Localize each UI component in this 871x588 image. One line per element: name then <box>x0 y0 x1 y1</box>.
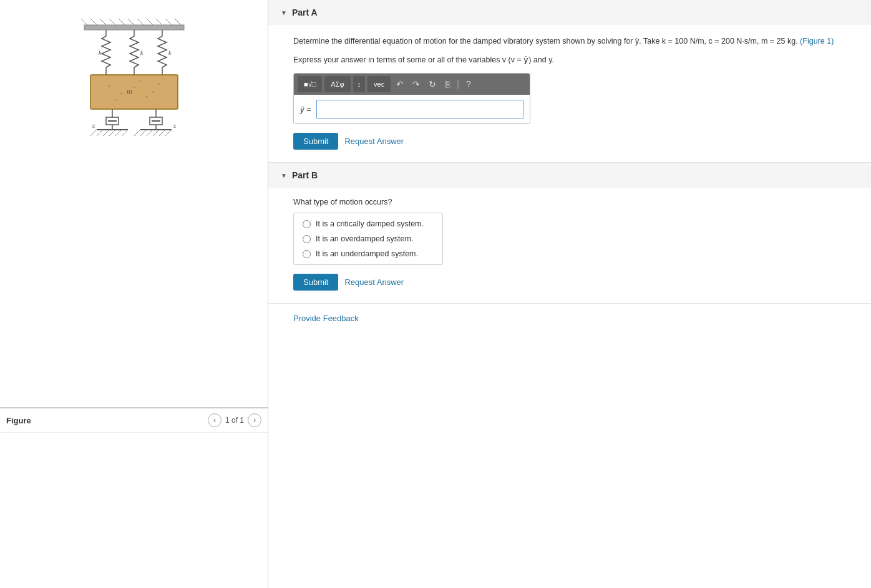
svg-point-23 <box>120 93 122 95</box>
mc-radio-2[interactable] <box>303 235 311 243</box>
svg-text:c: c <box>173 123 177 129</box>
part-a-btn-row: Submit Request Answer <box>293 133 846 150</box>
redo-icon: ↷ <box>412 79 420 89</box>
multiple-choice-box: It is a critically damped system. It is … <box>293 213 443 265</box>
mc-option-3: It is an underdamped system. <box>303 249 434 258</box>
mc-label-1: It is a critically damped system. <box>316 219 424 228</box>
symbol-icon: ΑΣφ <box>331 80 344 88</box>
part-a-header[interactable]: ▼ Part A <box>268 0 871 25</box>
svg-point-25 <box>145 96 147 98</box>
keyboard-icon: ⎘ <box>445 79 450 89</box>
svg-line-1 <box>81 19 87 25</box>
part-a-submit-button[interactable]: Submit <box>293 133 338 150</box>
part-b-title: Part B <box>292 170 318 180</box>
mc-label-3: It is an underdamped system. <box>316 249 418 258</box>
mc-radio-1[interactable] <box>303 220 311 228</box>
svg-point-29 <box>152 92 153 94</box>
svg-text:k: k <box>140 50 144 56</box>
part-b-body: What type of motion occurs? It is a crit… <box>268 188 871 303</box>
svg-point-28 <box>139 80 141 82</box>
math-input-label: ÿ = <box>300 105 311 114</box>
figure-next-button[interactable]: › <box>248 413 261 427</box>
part-b-request-answer-link[interactable]: Request Answer <box>344 277 404 287</box>
right-panel: ▼ Part A Determine the differential equa… <box>268 0 871 588</box>
svg-line-2 <box>90 19 97 25</box>
svg-rect-0 <box>84 25 184 30</box>
part-a-chevron-icon: ▼ <box>281 9 287 16</box>
part-a-section: ▼ Part A Determine the differential equa… <box>268 0 871 163</box>
svg-point-26 <box>158 84 160 85</box>
part-b-question: What type of motion occurs? <box>293 198 846 206</box>
svg-point-24 <box>133 87 135 89</box>
svg-line-6 <box>128 19 134 25</box>
math-answer-input[interactable] <box>316 100 523 118</box>
math-toolbar-keyboard-btn[interactable]: ⎘ <box>442 76 453 92</box>
math-toolbar-undo-btn[interactable]: ↶ <box>393 76 407 92</box>
math-toolbar-arrow-btn[interactable]: ↕ <box>353 76 366 92</box>
math-toolbar-vec-btn[interactable]: vec <box>367 76 391 92</box>
figure-title: Figure <box>6 416 31 425</box>
help-icon: ? <box>466 79 471 89</box>
svg-text:k: k <box>168 50 172 56</box>
math-toolbar: ■√□ ΑΣφ ↕ vec ↶ ↷ <box>294 74 530 95</box>
svg-rect-21 <box>90 75 178 109</box>
math-toolbar-help-btn[interactable]: ? <box>463 76 474 92</box>
svg-text:m: m <box>127 88 132 95</box>
svg-line-39 <box>109 130 115 136</box>
part-b-header[interactable]: ▼ Part B <box>268 163 871 188</box>
math-toolbar-symbol-btn[interactable]: ΑΣφ <box>324 76 350 92</box>
part-a-expression-line: Express your answer in terms of some or … <box>293 55 846 64</box>
figure-content: k k k <box>0 0 268 162</box>
math-editor: ■√□ ΑΣφ ↕ vec ↶ ↷ <box>293 73 530 124</box>
svg-line-4 <box>109 19 115 25</box>
figure-navigation: ‹ 1 of 1 › <box>208 413 261 427</box>
mc-radio-3[interactable] <box>303 250 311 258</box>
math-toolbar-reset-btn[interactable]: ↻ <box>426 76 439 92</box>
math-toolbar-redo-btn[interactable]: ↷ <box>409 76 423 92</box>
svg-line-53 <box>165 130 172 136</box>
svg-line-3 <box>100 19 106 25</box>
undo-icon: ↶ <box>396 79 404 89</box>
reset-icon: ↻ <box>429 79 436 89</box>
part-a-body: Determine the differential equation of m… <box>268 25 871 162</box>
svg-text:c: c <box>92 123 95 129</box>
svg-line-7 <box>137 19 144 25</box>
updown-icon: ↕ <box>358 80 361 88</box>
svg-line-48 <box>134 130 140 136</box>
left-panel: k k k <box>0 0 268 588</box>
mc-option-1: It is a critically damped system. <box>303 219 434 228</box>
math-toolbar-separator: | <box>455 79 460 89</box>
svg-line-38 <box>103 130 109 136</box>
mc-label-2: It is an overdamped system. <box>316 234 413 243</box>
svg-line-52 <box>159 130 165 136</box>
svg-line-8 <box>147 19 153 25</box>
svg-line-41 <box>122 130 128 136</box>
svg-line-5 <box>119 19 125 25</box>
svg-line-51 <box>153 130 159 136</box>
svg-line-50 <box>147 130 153 136</box>
part-a-problem-text: Determine the differential equation of m… <box>293 35 846 47</box>
vec-icon: vec <box>374 80 384 88</box>
sqrt-icon: ■√□ <box>304 80 316 88</box>
math-toolbar-sqrt-btn[interactable]: ■√□ <box>298 76 322 92</box>
figure-nav-text: 1 of 1 <box>225 416 244 425</box>
svg-line-11 <box>175 19 181 25</box>
math-input-row: ÿ = <box>294 95 530 123</box>
part-b-submit-button[interactable]: Submit <box>293 274 338 291</box>
svg-line-36 <box>90 130 97 136</box>
figure-header: Figure ‹ 1 of 1 › <box>0 408 268 432</box>
svg-line-9 <box>156 19 162 25</box>
svg-text:k: k <box>99 50 102 56</box>
part-b-chevron-icon: ▼ <box>281 172 287 179</box>
svg-line-40 <box>115 130 122 136</box>
provide-feedback-link[interactable]: Provide Feedback <box>293 314 359 323</box>
svg-line-10 <box>165 19 172 25</box>
part-b-section: ▼ Part B What type of motion occurs? It … <box>268 163 871 304</box>
part-b-btn-row: Submit Request Answer <box>293 274 846 291</box>
svg-line-49 <box>140 130 147 136</box>
svg-point-27 <box>114 99 116 101</box>
figure-prev-button[interactable]: ‹ <box>208 413 221 427</box>
svg-point-22 <box>108 85 110 87</box>
part-a-request-answer-link[interactable]: Request Answer <box>344 137 404 146</box>
figure-link[interactable]: (Figure 1) <box>800 37 834 46</box>
